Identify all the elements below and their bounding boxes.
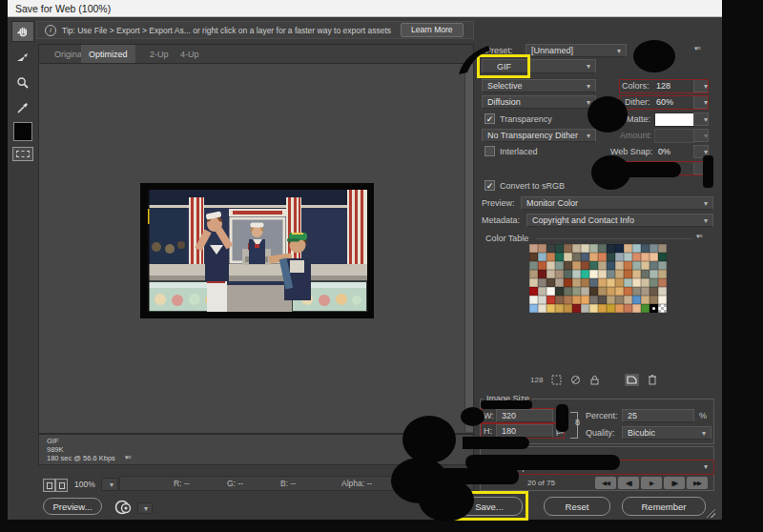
- toggle-slices-visibility-button[interactable]: [12, 147, 33, 161]
- color-swatch[interactable]: [589, 287, 598, 296]
- color-swatch[interactable]: [555, 270, 564, 278]
- color-swatch[interactable]: [529, 278, 538, 287]
- color-swatch[interactable]: [572, 278, 581, 287]
- color-swatch[interactable]: [546, 244, 555, 253]
- hand-tool-button[interactable]: [11, 21, 34, 42]
- color-swatch[interactable]: [538, 244, 546, 253]
- height-field[interactable]: 180: [496, 424, 553, 438]
- color-swatch[interactable]: [581, 287, 589, 296]
- color-swatch[interactable]: [598, 270, 607, 278]
- color-swatch[interactable]: [650, 278, 658, 287]
- window-titlebar[interactable]: Save for Web (100%): [8, 0, 722, 17]
- transparency-swatch[interactable]: [658, 304, 667, 313]
- color-swatch[interactable]: [564, 261, 572, 270]
- color-swatch[interactable]: [589, 296, 598, 304]
- percent-field[interactable]: 25: [622, 409, 694, 422]
- interlaced-checkbox[interactable]: [485, 146, 495, 156]
- convert-srgb-checkbox[interactable]: ✓: [485, 180, 495, 191]
- color-swatch[interactable]: [658, 296, 667, 304]
- color-swatch[interactable]: [589, 304, 598, 313]
- color-swatch[interactable]: [624, 253, 632, 261]
- color-swatch[interactable]: [581, 304, 589, 313]
- format-dropdown[interactable]: GIF▾: [482, 59, 596, 73]
- color-swatch[interactable]: [615, 253, 624, 261]
- color-swatch[interactable]: [658, 287, 667, 296]
- color-swatch[interactable]: [555, 261, 564, 270]
- color-swatch[interactable]: [650, 270, 658, 278]
- width-field[interactable]: 320: [496, 409, 553, 422]
- canvas-scrollbar[interactable]: [464, 65, 473, 432]
- color-swatch[interactable]: [658, 244, 667, 253]
- slice-select-tool-button[interactable]: [11, 48, 34, 69]
- new-color-icon[interactable]: [625, 374, 639, 386]
- colors-stepper[interactable]: ▾: [693, 79, 709, 92]
- color-swatch[interactable]: [607, 253, 615, 261]
- remember-button[interactable]: Remember: [622, 497, 706, 516]
- color-swatch[interactable]: [538, 287, 546, 296]
- color-swatch[interactable]: [632, 304, 641, 313]
- transparency-dither-dropdown[interactable]: No Transparency Dither▾: [482, 129, 596, 142]
- color-swatch[interactable]: [632, 278, 641, 287]
- color-swatch[interactable]: [615, 261, 624, 270]
- color-swatch[interactable]: [641, 287, 650, 296]
- color-swatch[interactable]: [529, 287, 538, 296]
- color-swatch[interactable]: [598, 261, 607, 270]
- color-swatch[interactable]: [581, 278, 589, 287]
- panel-menu-icon[interactable]: ▾≡: [694, 45, 700, 52]
- preview-dropdown[interactable]: Monitor Color▾: [521, 196, 713, 210]
- resize-grip[interactable]: [707, 509, 715, 518]
- zoom-level-dropdown[interactable]: ▾: [101, 478, 118, 491]
- preset-dropdown[interactable]: [Unnamed]▾: [526, 44, 627, 57]
- dither-value[interactable]: 60%: [656, 97, 673, 107]
- color-swatch[interactable]: [546, 270, 555, 278]
- color-swatch[interactable]: [564, 287, 572, 296]
- color-swatch[interactable]: [615, 270, 624, 278]
- snap-palette-icon[interactable]: [551, 375, 562, 385]
- preview-in-browser-button[interactable]: Preview...: [43, 498, 102, 515]
- color-swatch[interactable]: [650, 296, 658, 304]
- color-swatch[interactable]: [607, 270, 615, 278]
- websnap-value[interactable]: 0%: [658, 147, 670, 156]
- color-swatch[interactable]: [632, 287, 641, 296]
- color-swatch[interactable]: [555, 287, 564, 296]
- color-swatch[interactable]: [641, 278, 650, 287]
- slice-page-icon-1[interactable]: [43, 479, 55, 492]
- color-swatch[interactable]: [598, 253, 607, 261]
- reset-button[interactable]: Reset: [544, 497, 610, 516]
- color-swatch[interactable]: [546, 261, 555, 270]
- delete-color-icon[interactable]: [648, 374, 657, 385]
- color-swatch[interactable]: [598, 278, 607, 287]
- color-swatch[interactable]: [624, 296, 632, 304]
- lossy-value[interactable]: 20: [658, 163, 668, 173]
- color-swatch[interactable]: [641, 261, 650, 270]
- color-swatch[interactable]: [581, 270, 589, 278]
- color-swatch[interactable]: [529, 296, 538, 304]
- color-swatch[interactable]: [650, 261, 658, 270]
- color-swatch[interactable]: [555, 304, 564, 313]
- tab-2up[interactable]: 2-Up: [142, 45, 176, 64]
- first-frame-button[interactable]: ◀◀: [595, 477, 616, 489]
- color-swatch[interactable]: [581, 296, 589, 304]
- color-swatch[interactable]: [572, 244, 581, 253]
- color-swatch[interactable]: [581, 261, 589, 270]
- color-swatch[interactable]: [555, 278, 564, 287]
- color-swatch[interactable]: [658, 253, 667, 261]
- color-swatch[interactable]: [589, 244, 598, 253]
- color-swatch[interactable]: [581, 244, 589, 253]
- color-swatch[interactable]: [632, 296, 641, 304]
- color-swatch[interactable]: [538, 278, 546, 287]
- color-swatch[interactable]: [641, 270, 650, 278]
- quality-dropdown[interactable]: Bicubic▾: [622, 426, 711, 440]
- metadata-dropdown[interactable]: Copyright and Contact Info▾: [526, 214, 713, 227]
- color-swatch[interactable]: [564, 278, 572, 287]
- color-reduction-dropdown[interactable]: Selective▾: [482, 79, 596, 92]
- default-browser-button[interactable]: [114, 499, 134, 520]
- color-swatch[interactable]: [529, 244, 538, 253]
- color-swatch[interactable]: [546, 287, 555, 296]
- color-swatch[interactable]: [546, 278, 555, 287]
- color-swatch[interactable]: [607, 304, 615, 313]
- matte-color-swatch[interactable]: [654, 113, 694, 127]
- color-swatch[interactable]: [538, 253, 546, 261]
- color-swatch[interactable]: [632, 253, 641, 261]
- color-swatch[interactable]: [615, 304, 624, 313]
